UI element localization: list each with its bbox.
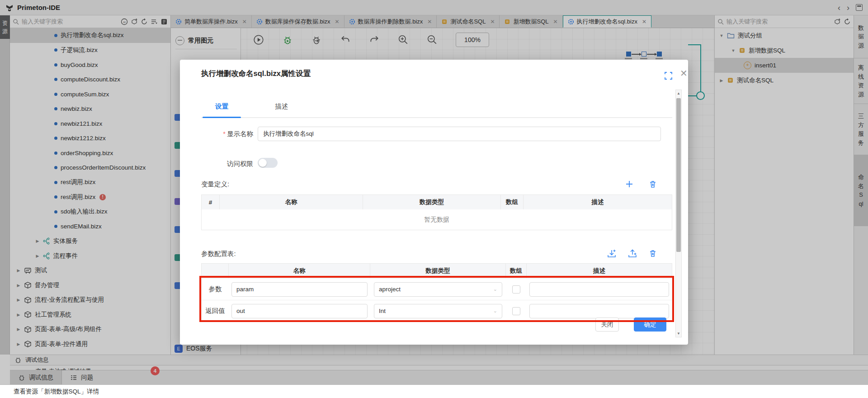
status-bar: 查看资源「新增数据SQL」详情 <box>0 384 868 398</box>
confirm-button[interactable]: 确定 <box>634 317 666 332</box>
chevron-down-icon: ⌄ <box>493 286 497 292</box>
add-variable-icon[interactable] <box>625 180 634 189</box>
dialog-tab-description[interactable]: 描述 <box>270 102 293 116</box>
params-table: 名称 数据类型 数组 描述 参数 aproject⌄ 返回值 Int⌄ <box>201 263 672 322</box>
param-row-label: 参数 <box>202 279 229 300</box>
return-name-input[interactable] <box>231 304 368 318</box>
param-row-label: 返回值 <box>202 300 229 322</box>
scroll-down-icon[interactable]: ▼ <box>676 332 681 336</box>
param-row: 参数 aproject⌄ <box>202 278 672 300</box>
variables-table: # 名称 数据类型 数组 描述 暂无数据 <box>201 194 672 230</box>
delete-variable-icon[interactable] <box>648 180 657 189</box>
toggle-knob <box>259 159 267 167</box>
display-name-input[interactable] <box>258 127 661 141</box>
scrollbar-thumb[interactable] <box>676 98 681 252</box>
param-array-checkbox[interactable] <box>512 285 520 294</box>
params-table-header: 名称 数据类型 数组 描述 <box>202 264 672 278</box>
display-name-label: *显示名称 <box>201 130 253 138</box>
params-section-label: 参数配置表: <box>201 250 236 258</box>
close-button[interactable]: 关闭 <box>595 317 619 332</box>
return-desc-input[interactable] <box>529 304 669 318</box>
scroll-up-icon[interactable]: ▲ <box>676 91 681 95</box>
variables-table-header: # 名称 数据类型 数组 描述 <box>202 195 672 209</box>
required-mark: * <box>223 130 226 137</box>
variables-section-label: 变量定义: <box>201 180 229 189</box>
close-dialog-icon[interactable]: ✕ <box>680 68 688 79</box>
dialog-title: 执行增删改命名sql.bizx属性设置 <box>201 69 311 79</box>
empty-table-text: 暂无数据 <box>202 209 672 230</box>
param-name-input[interactable] <box>231 282 368 297</box>
fullscreen-icon[interactable] <box>665 72 672 80</box>
delete-param-icon[interactable] <box>648 249 657 258</box>
param-desc-input[interactable] <box>529 282 669 297</box>
return-array-checkbox[interactable] <box>512 307 520 315</box>
access-label: 访问权限 <box>201 160 253 168</box>
modal-scrollbar[interactable]: ▲ ▼ <box>675 90 682 337</box>
export-params-icon[interactable] <box>627 249 637 259</box>
tab-divider <box>201 117 672 118</box>
import-params-icon[interactable] <box>607 249 617 259</box>
properties-dialog: 执行增删改命名sql.bizx属性设置 ✕ 设置 描述 *显示名称 访问权限 变… <box>180 60 688 345</box>
status-text: 查看资源「新增数据SQL」详情 <box>14 388 99 396</box>
return-type-select[interactable]: Int⌄ <box>374 304 502 318</box>
access-toggle[interactable] <box>258 158 278 168</box>
app-window: Primeton-IDE ‹ › 资源 AI <box>0 0 868 398</box>
param-type-select[interactable]: aproject⌄ <box>374 282 502 297</box>
active-tab-underline <box>203 117 241 118</box>
chevron-down-icon: ⌄ <box>493 308 497 314</box>
dialog-tab-settings[interactable]: 设置 <box>203 102 241 116</box>
